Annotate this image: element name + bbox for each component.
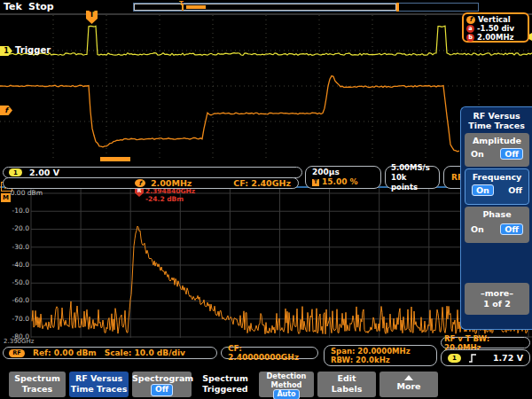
- trigger-pos-t-icon: T: [312, 179, 319, 186]
- frequency-label: Frequency: [466, 169, 528, 182]
- vertical-a-value: -1.50 div: [477, 24, 514, 33]
- panel-more-button[interactable]: –more– 1 of 2: [465, 283, 529, 315]
- horizontal-readout[interactable]: 200µs T 15.00 %: [305, 166, 381, 189]
- center-frequency: CF: 2.40000000GHz: [228, 344, 311, 362]
- span-value: Span: 20.0000MHz: [331, 347, 411, 356]
- vertical-b-value: 2.00MHz: [477, 33, 514, 42]
- panel-frequency-section[interactable]: Frequency On Off: [465, 168, 529, 205]
- record-length: 10k points: [391, 173, 434, 192]
- db-axis-label: -70.0: [0, 315, 29, 323]
- tek-logo: Tek: [4, 1, 22, 12]
- trigger-readout[interactable]: 1 1.72 V: [441, 349, 530, 366]
- knob-b-icon: b: [466, 34, 474, 42]
- phase-on[interactable]: On: [471, 224, 484, 234]
- oscilloscope-screen: Tek Stop T T f Vertical a -1.50 div b 2.…: [0, 0, 532, 399]
- menu-spectrum-triggered-label: Spectrum Triggered: [195, 373, 255, 395]
- menu-spectrogram[interactable]: Spectrogram Off: [132, 372, 192, 397]
- trigger-source-badge: 1: [448, 354, 461, 363]
- rf-vt-bandwidth-readout[interactable]: RF v T BW: 20.0MHz: [441, 337, 530, 348]
- phase-off-selected[interactable]: Off: [500, 223, 523, 235]
- record-trigger-position: [182, 4, 184, 11]
- scale-per-div: Scale: 10.0 dB/div: [105, 348, 185, 357]
- rbw-value: RBW: 20.0kHz: [331, 356, 390, 364]
- rf-time-window-bar: [100, 157, 130, 161]
- rf-cf-short: CF: 2.40GHz: [233, 178, 291, 188]
- ref-level: Ref: 0.00 dBm: [33, 348, 97, 357]
- freq-axis-left-label: 2.390GHz: [4, 338, 34, 345]
- side-panel-title-line2: Time Traces: [461, 121, 532, 130]
- knob-a-icon: a: [466, 25, 474, 33]
- rf-ref-scale-readout[interactable]: RF Ref: 0.00 dBm Scale: 10.0 dB/div: [3, 347, 217, 359]
- more-label: –more–: [465, 288, 529, 299]
- db-axis-label: -40.0: [0, 261, 29, 269]
- center-frequency-readout[interactable]: CF: 2.40000000GHz: [221, 347, 318, 359]
- trigger-level-value: 1.72 V: [493, 353, 523, 363]
- db-axis-label: -20.0: [0, 224, 29, 232]
- detection-state: Auto: [273, 389, 299, 399]
- panel-phase-section[interactable]: Phase On Off: [465, 207, 529, 243]
- menu-edit-labels[interactable]: Edit Labels: [317, 372, 376, 397]
- rf-f-badge: f: [135, 179, 145, 187]
- amplitude-label: Amplitude: [465, 133, 529, 145]
- acquisition-status: Stop: [28, 1, 54, 12]
- vertical-settings-box: f Vertical a -1.50 div b 2.00MHz: [462, 12, 529, 43]
- acquisition-readout[interactable]: 5.00MS/s 10k points: [385, 166, 440, 189]
- db-axis-label: -10.0: [0, 207, 29, 215]
- rf-f-icon: f: [466, 16, 475, 24]
- db-axis-label: -50.0: [0, 278, 29, 286]
- record-view-window[interactable]: [134, 4, 396, 11]
- rising-edge-icon: [468, 353, 477, 364]
- channel1-badge: 1: [9, 168, 22, 176]
- vertical-title: Vertical: [478, 15, 511, 24]
- record-rf-window-segment: [186, 5, 206, 9]
- trigger-position-percent: 15.00 %: [322, 177, 358, 187]
- menu-rf-versus-time-traces[interactable]: RF Versus Time Traces: [69, 372, 129, 397]
- rf-freq-readout[interactable]: f 2.00MHz CF: 2.40GHz: [3, 177, 299, 189]
- more-page: 1 of 2: [465, 299, 529, 309]
- spectrogram-state: Off: [151, 384, 173, 396]
- more-up-icon: [404, 375, 413, 380]
- amplitude-off-selected[interactable]: Off: [500, 148, 523, 160]
- db-axis-label: -60.0: [0, 296, 29, 304]
- channel1-label: Trigger: [15, 45, 51, 55]
- db-axis-label: 0.00 dBm: [0, 189, 43, 197]
- frequency-off[interactable]: Off: [508, 185, 522, 195]
- menu-spectrum-traces[interactable]: Spectrum Traces: [9, 372, 66, 397]
- rf-badge: RF: [9, 349, 25, 357]
- menu-detection-method[interactable]: Detection Method Auto: [259, 372, 314, 397]
- panel-amplitude-section[interactable]: Amplitude On Off: [465, 133, 529, 167]
- frequency-on-selected[interactable]: On: [472, 184, 494, 196]
- side-panel-rf-versus-time: RF Versus Time Traces Amplitude On Off F…: [460, 106, 532, 330]
- menu-more[interactable]: More: [379, 372, 438, 397]
- amplitude-on[interactable]: On: [471, 149, 484, 159]
- sample-rate: 5.00MS/s: [391, 163, 430, 173]
- side-panel-title-line1: RF Versus: [461, 111, 532, 121]
- db-axis-label: -30.0: [0, 243, 29, 251]
- phase-label: Phase: [465, 207, 529, 219]
- channel1-scale: 2.00 V: [29, 168, 59, 177]
- rf-freq-scale: 2.00MHz: [151, 178, 192, 188]
- record-window-bracket: [396, 3, 399, 12]
- span-rbw-readout[interactable]: Span: 20.0000MHz RBW: 20.0kHz: [324, 345, 437, 366]
- peak-marker-amplitude: -24.2 dBm: [145, 195, 184, 203]
- time-per-div: 200µs: [312, 168, 340, 177]
